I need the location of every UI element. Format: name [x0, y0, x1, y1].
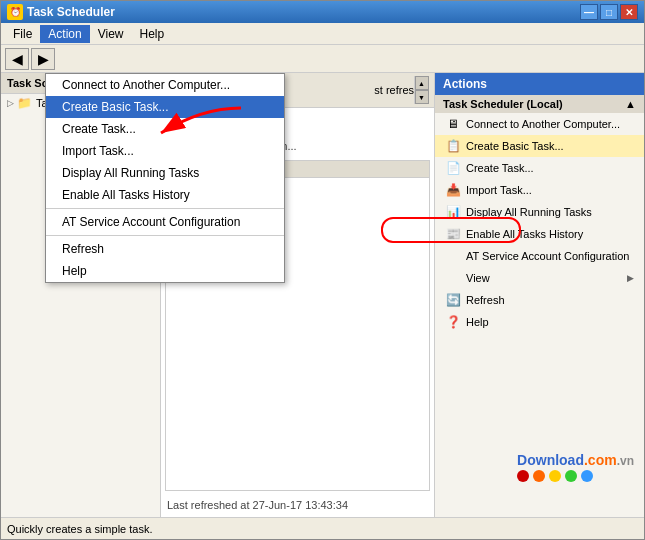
action-connect[interactable]: 🖥 Connect to Another Computer...	[435, 113, 644, 135]
center-header-text: st refres	[374, 84, 414, 96]
action-display-running-label: Display All Running Tasks	[466, 206, 592, 218]
right-panel: Actions Task Scheduler (Local) ▲ 🖥 Conne…	[434, 73, 644, 517]
actions-title: Actions	[435, 73, 644, 95]
dropdown-create-task[interactable]: Create Task...	[46, 118, 284, 140]
folder-icon: 📁	[17, 96, 32, 110]
action-view-label: View	[466, 272, 490, 284]
import-icon: 📥	[445, 182, 461, 198]
dropdown-import[interactable]: Import Task...	[46, 140, 284, 162]
action-at-service[interactable]: AT Service Account Configuration	[435, 245, 644, 267]
action-display-running[interactable]: 📊 Display All Running Tasks	[435, 201, 644, 223]
refresh-icon: 🔄	[445, 292, 461, 308]
action-import[interactable]: 📥 Import Task...	[435, 179, 644, 201]
dropdown-help[interactable]: Help	[46, 260, 284, 282]
menu-action[interactable]: Action	[40, 25, 89, 43]
section-collapse-icon: ▲	[625, 98, 636, 110]
scroll-up-btn[interactable]: ▲	[415, 76, 429, 90]
dropdown-divider-2	[46, 235, 284, 236]
window-icon: ⏰	[7, 4, 23, 20]
dropdown-display-running[interactable]: Display All Running Tasks	[46, 162, 284, 184]
dropdown-at-service[interactable]: AT Service Account Configuration	[46, 211, 284, 233]
actions-section-label: Task Scheduler (Local)	[443, 98, 563, 110]
close-button[interactable]: ✕	[620, 4, 638, 20]
connect-icon: 🖥	[445, 116, 461, 132]
back-button[interactable]: ◀	[5, 48, 29, 70]
window-controls: — □ ✕	[580, 4, 638, 20]
actions-section-header[interactable]: Task Scheduler (Local) ▲	[435, 95, 644, 113]
help-icon: ❓	[445, 314, 461, 330]
menu-view[interactable]: View	[90, 25, 132, 43]
action-import-label: Import Task...	[466, 184, 532, 196]
minimize-button[interactable]: —	[580, 4, 598, 20]
main-window: ⏰ Task Scheduler — □ ✕ File Action View …	[0, 0, 645, 540]
action-create-task[interactable]: 📄 Create Task...	[435, 157, 644, 179]
action-enable-history-label: Enable All Tasks History	[466, 228, 583, 240]
dropdown-enable-history[interactable]: Enable All Tasks History	[46, 184, 284, 206]
main-area: Task Scheduler ▷ 📁 Ta... st refres ▲ ▼	[1, 73, 644, 517]
maximize-button[interactable]: □	[600, 4, 618, 20]
tree-arrow: ▷	[7, 98, 14, 108]
action-help[interactable]: ❓ Help	[435, 311, 644, 333]
create-basic-icon: 📋	[445, 138, 461, 154]
display-running-icon: 📊	[445, 204, 461, 220]
menu-file[interactable]: File	[5, 25, 40, 43]
action-help-label: Help	[466, 316, 489, 328]
dropdown-create-basic[interactable]: Create Basic Task...	[46, 96, 284, 118]
action-enable-history[interactable]: 📰 Enable All Tasks History	[435, 223, 644, 245]
at-service-icon	[445, 248, 461, 264]
dropdown-divider-1	[46, 208, 284, 209]
action-create-basic[interactable]: 📋 Create Basic Task...	[435, 135, 644, 157]
action-connect-label: Connect to Another Computer...	[466, 118, 620, 130]
dropdown-connect[interactable]: Connect to Another Computer...	[46, 74, 284, 96]
toolbar: ◀ ▶	[1, 45, 644, 73]
action-create-basic-label: Create Basic Task...	[466, 140, 564, 152]
enable-history-icon: 📰	[445, 226, 461, 242]
action-at-service-label: AT Service Account Configuration	[466, 250, 629, 262]
scroll-up[interactable]: ▲ ▼	[414, 76, 428, 104]
action-refresh[interactable]: 🔄 Refresh	[435, 289, 644, 311]
view-icon	[445, 270, 461, 286]
action-refresh-label: Refresh	[466, 294, 505, 306]
action-create-task-label: Create Task...	[466, 162, 534, 174]
status-text: Quickly creates a simple task.	[7, 523, 153, 535]
view-submenu-arrow: ▶	[627, 273, 634, 283]
refresh-text: Last refreshed at 27-Jun-17 13:43:34	[165, 497, 430, 513]
forward-button[interactable]: ▶	[31, 48, 55, 70]
menu-bar: File Action View Help	[1, 23, 644, 45]
dropdown-refresh[interactable]: Refresh	[46, 238, 284, 260]
scroll-down-btn[interactable]: ▼	[415, 90, 429, 104]
menu-help[interactable]: Help	[132, 25, 173, 43]
create-task-icon: 📄	[445, 160, 461, 176]
title-bar: ⏰ Task Scheduler — □ ✕	[1, 1, 644, 23]
window-title: Task Scheduler	[27, 5, 580, 19]
status-bar: Quickly creates a simple task.	[1, 517, 644, 539]
action-view[interactable]: View ▶	[435, 267, 644, 289]
action-dropdown-menu: Connect to Another Computer... Create Ba…	[45, 73, 285, 283]
